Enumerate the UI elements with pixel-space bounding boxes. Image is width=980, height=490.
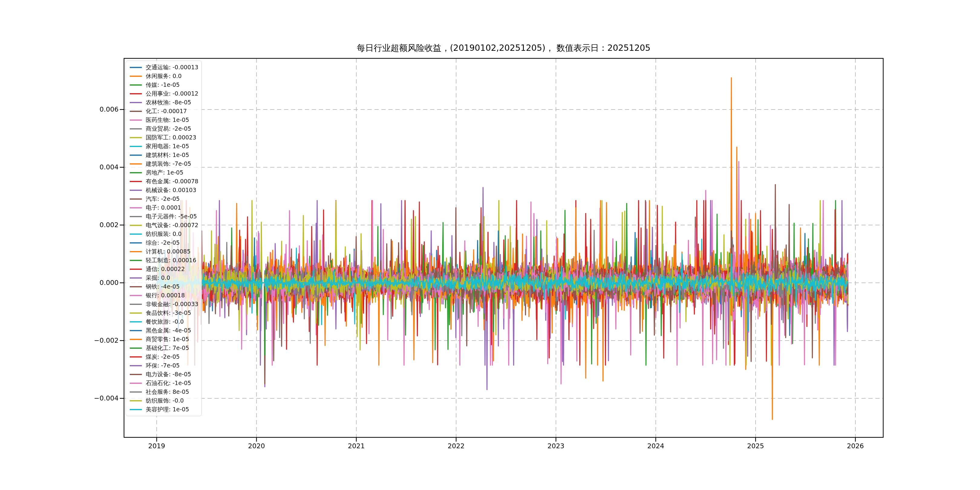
- legend-item: 美容护理: 1e-05: [126, 405, 202, 414]
- legend-item-label: 传媒: -1e-05: [146, 81, 180, 89]
- legend-item: 纺织服装: 0.0: [126, 229, 202, 239]
- legend-item-label: 商业贸易: -2e-05: [146, 125, 191, 133]
- legend-item: 电力设备: -8e-05: [126, 370, 202, 379]
- legend-item-label: 黑色金属: -4e-05: [146, 327, 191, 334]
- legend-item: 钢铁: -4e-05: [126, 282, 202, 291]
- legend-item: 电子元器件: -5e-05: [126, 212, 202, 221]
- legend-item-label: 化工: -0.00017: [146, 107, 187, 115]
- legend-item: 黑色金属: -4e-05: [126, 326, 202, 335]
- x-tick-label: 2020: [239, 442, 275, 450]
- legend-item: 银行: 0.00018: [126, 291, 202, 300]
- y-tick-label: −0.004: [0, 394, 119, 403]
- legend-item: 医药生物: 1e-05: [126, 116, 202, 124]
- legend-item-label: 环保: -7e-05: [146, 362, 180, 370]
- legend-item: 农林牧渔: -8e-05: [126, 98, 202, 107]
- legend-item-label: 综合: -2e-05: [146, 239, 180, 247]
- legend-swatch: [130, 286, 142, 287]
- y-tick-label: 0.006: [0, 105, 119, 114]
- legend-item: 电气设备: -0.00072: [126, 221, 202, 229]
- legend-item: 煤炭: -2e-05: [126, 352, 202, 361]
- legend-item-label: 机械设备: 0.00103: [146, 186, 196, 194]
- legend-item: 餐饮旅游: -0.0: [126, 317, 202, 326]
- legend-swatch: [130, 225, 142, 226]
- legend-swatch: [130, 321, 142, 323]
- legend-swatch: [130, 400, 142, 401]
- legend-swatch: [130, 312, 142, 313]
- legend-swatch: [130, 374, 142, 375]
- legend-swatch: [130, 391, 142, 393]
- legend-item: 采掘: 0.0: [126, 274, 202, 282]
- figure: 每日行业超额风险收益，(20190102,20251205)， 数值表示日：20…: [0, 0, 980, 490]
- legend-item: 商业贸易: -2e-05: [126, 124, 202, 133]
- legend-swatch: [130, 409, 142, 410]
- legend-swatch: [130, 251, 142, 252]
- legend-swatch: [130, 383, 142, 384]
- legend-item: 公用事业: -0.00012: [126, 89, 202, 98]
- x-tick-label: 2024: [638, 442, 674, 450]
- legend-swatch: [130, 199, 142, 200]
- legend-item: 纺织服饰: -0.0: [126, 396, 202, 405]
- legend-item-label: 汽车: -2e-05: [146, 195, 180, 203]
- legend-item: 休闲服务: 0.0: [126, 72, 202, 80]
- y-tick-label: 0.000: [0, 278, 119, 287]
- legend-swatch: [130, 137, 142, 138]
- legend-swatch: [130, 295, 142, 296]
- legend-item-label: 公用事业: -0.00012: [146, 90, 199, 98]
- legend-item-label: 建筑装饰: -7e-05: [146, 160, 191, 168]
- legend-item-label: 房地产: 1e-05: [146, 169, 183, 177]
- legend-swatch: [130, 348, 142, 349]
- legend-item: 交通运输: -0.00013: [126, 63, 202, 72]
- legend-swatch: [130, 67, 142, 68]
- legend-item-label: 电子: 0.0001: [146, 204, 181, 212]
- legend-item-label: 轻工制造: 0.00016: [146, 256, 196, 264]
- legend-swatch: [130, 304, 142, 305]
- legend-swatch: [130, 181, 142, 182]
- legend-item-label: 钢铁: -4e-05: [146, 283, 180, 291]
- legend-item: 国防军工: 0.00023: [126, 133, 202, 142]
- legend-swatch: [130, 277, 142, 278]
- legend-swatch: [130, 365, 142, 366]
- legend-swatch: [130, 76, 142, 77]
- legend-swatch: [130, 146, 142, 147]
- legend-swatch: [130, 172, 142, 173]
- legend: 交通运输: -0.00013 休闲服务: 0.0 传媒: -1e-05 公用事业…: [126, 60, 202, 416]
- legend-swatch: [130, 242, 142, 243]
- x-tick-label: 2023: [538, 442, 574, 450]
- legend-item: 建筑装饰: -7e-05: [126, 159, 202, 168]
- legend-swatch: [130, 234, 142, 235]
- legend-swatch: [130, 330, 142, 331]
- legend-swatch: [130, 190, 142, 191]
- legend-item: 环保: -7e-05: [126, 361, 202, 370]
- legend-swatch: [130, 163, 142, 165]
- legend-swatch: [130, 216, 142, 217]
- y-tick-label: 0.002: [0, 221, 119, 229]
- x-tick-label: 2021: [338, 442, 374, 450]
- legend-item-label: 家用电器: 1e-05: [146, 142, 189, 150]
- legend-swatch: [130, 356, 142, 358]
- legend-item-label: 休闲服务: 0.0: [146, 72, 182, 80]
- legend-item-label: 有色金属: -0.00078: [146, 178, 199, 185]
- legend-item: 机械设备: 0.00103: [126, 186, 202, 194]
- legend-item-label: 电力设备: -8e-05: [146, 371, 191, 379]
- legend-item: 化工: -0.00017: [126, 107, 202, 116]
- legend-swatch: [130, 269, 142, 270]
- legend-swatch: [130, 339, 142, 340]
- x-tick-label: 2026: [837, 442, 873, 450]
- legend-item-label: 银行: 0.00018: [146, 291, 185, 299]
- legend-swatch: [130, 207, 142, 208]
- legend-item: 家用电器: 1e-05: [126, 142, 202, 151]
- legend-item-label: 餐饮旅游: -0.0: [146, 318, 184, 326]
- legend-item-label: 通信: 0.00022: [146, 265, 185, 273]
- legend-item-label: 电子元器件: -5e-05: [146, 213, 197, 221]
- legend-item: 计算机: 0.00085: [126, 247, 202, 256]
- legend-item-label: 交通运输: -0.00013: [146, 64, 199, 72]
- legend-item-label: 石油石化: -1e-05: [146, 379, 191, 387]
- y-tick-label: 0.004: [0, 163, 119, 172]
- legend-swatch: [130, 102, 142, 103]
- legend-item-label: 商贸零售: 1e-05: [146, 336, 189, 343]
- legend-swatch: [130, 93, 142, 94]
- legend-swatch: [130, 84, 142, 86]
- legend-item: 社会服务: 8e-05: [126, 387, 202, 396]
- legend-item-label: 食品饮料: -3e-05: [146, 309, 191, 317]
- legend-item: 综合: -2e-05: [126, 239, 202, 247]
